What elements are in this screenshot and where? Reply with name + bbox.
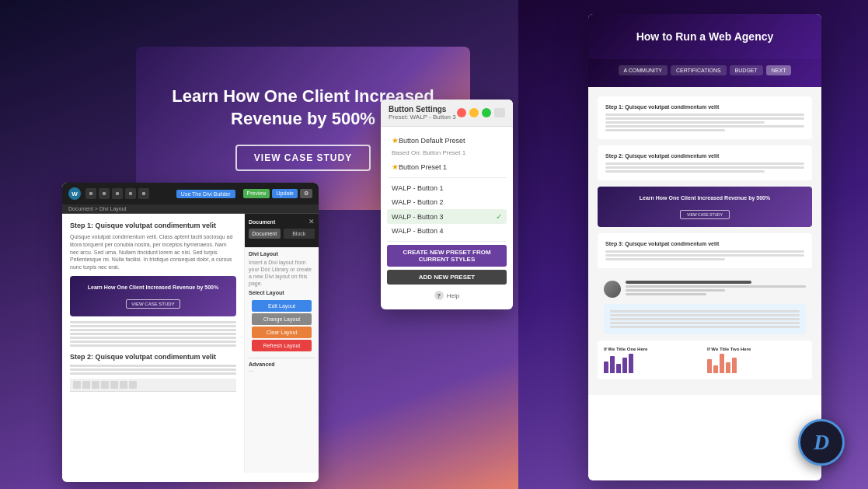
text-line	[70, 344, 236, 347]
divi-builder-btn[interactable]: Use The Divi Builder	[176, 190, 235, 198]
editor-mini-card-btn[interactable]: VIEW CASE STUDY	[126, 299, 180, 309]
bar	[713, 365, 718, 373]
chart-col-2: If We Title Two Here	[707, 347, 806, 373]
editor-toolbar: W Use The Divi Builder Preview Update ⚙	[62, 183, 319, 204]
modal-title-group: Button Settings Preset: WALP - Button 3	[389, 105, 456, 121]
agency-content: Step 1: Quisque volutpat condimentum vel…	[588, 87, 821, 395]
text-line	[605, 254, 804, 257]
agency-nav-next[interactable]: NEXT	[766, 65, 792, 75]
preset-name: Button Default Preset	[399, 137, 502, 145]
mini-tool-4[interactable]	[101, 381, 109, 389]
agency-nav-community[interactable]: A COMMUNITY	[619, 65, 668, 75]
text-line	[610, 310, 800, 313]
star-icon: ★	[392, 136, 399, 145]
text-line	[70, 325, 236, 327]
preset-default[interactable]: ★ Button Default Preset	[387, 133, 507, 148]
preview-btn[interactable]: Preview	[243, 189, 270, 198]
refresh-layout-btn[interactable]: Refresh Layout	[252, 340, 312, 351]
mini-tool-3[interactable]	[92, 381, 99, 389]
text-line	[605, 170, 765, 173]
agency-header: How to Run a Web Agency	[588, 14, 821, 59]
mini-tool-5[interactable]	[110, 381, 118, 389]
text-line	[70, 368, 236, 371]
hero-cta-button[interactable]: VIEW CASE STUDY	[235, 145, 371, 171]
preset-name: WALP - Button 1	[392, 184, 502, 192]
preset-walp-3[interactable]: WALP - Button 3 ✓	[387, 209, 507, 224]
add-preset-btn[interactable]: ADD NEW PRESET	[387, 270, 507, 285]
toolbar-icon-4[interactable]	[125, 188, 136, 199]
agency-step-3-lines	[605, 250, 804, 260]
preset-name: WALP - Button 2	[392, 198, 502, 206]
clear-layout-btn[interactable]: Clear Layout	[252, 327, 312, 338]
divider	[387, 241, 507, 242]
modal-more-btn[interactable]	[494, 108, 505, 117]
text-line	[605, 125, 804, 127]
block-panel-content: Divi Layout Insert a Divi layout from yo…	[245, 247, 319, 378]
agency-nav-cert[interactable]: CERTIFICATIONS	[671, 65, 727, 75]
block-close-btn[interactable]: ✕	[309, 218, 315, 225]
preset-based-on: Based On: Button Preset 1	[387, 148, 507, 158]
modal-close-btn[interactable]	[457, 108, 466, 117]
agency-step-2: Step 2: Quisque volutpat condimentum vel…	[598, 145, 812, 180]
agency-profile	[598, 274, 812, 304]
mini-tool-2[interactable]	[82, 381, 90, 389]
block-opt-document[interactable]: Document	[249, 229, 281, 239]
text-line	[70, 333, 236, 335]
toolbar-icon-3[interactable]	[112, 188, 123, 199]
profile-text	[626, 281, 806, 295]
change-layout-btn[interactable]: Change Layout	[252, 313, 312, 325]
update-btn[interactable]: Update	[272, 189, 298, 198]
text-line	[70, 365, 236, 367]
editor-step-2-heading: Step 2: Quisque volutpat condimentum vel…	[70, 353, 236, 361]
wp-logo: W	[68, 187, 81, 200]
editor-panel: W Use The Divi Builder Preview Update ⚙ …	[62, 183, 319, 482]
modal-max-btn[interactable]	[482, 108, 491, 117]
editor-mini-toolbar	[70, 379, 236, 392]
bar	[604, 362, 608, 373]
editor-mini-card: Learn How One Client Increased Revenue b…	[70, 276, 236, 316]
preset-walp-1[interactable]: WALP - Button 1	[387, 181, 507, 195]
preset-1[interactable]: ★ Button Preset 1	[387, 159, 507, 174]
modal-body: ★ Button Default Preset Based On: Button…	[381, 127, 513, 309]
editor-right-panel: Document ✕ Document Block Divi Layout In…	[245, 214, 319, 473]
edit-layout-btn[interactable]: Edit Layout	[252, 300, 312, 312]
bar	[732, 358, 737, 373]
quote-text-lines	[610, 310, 800, 328]
toolbar-icon-1[interactable]	[85, 188, 96, 199]
settings-btn[interactable]: ⚙	[300, 189, 312, 198]
preset-name: WALP - Button 4	[392, 227, 502, 235]
preset-walp-2[interactable]: WALP - Button 2	[387, 195, 507, 209]
block-options: Document Block	[249, 229, 315, 239]
modal-min-btn[interactable]	[469, 108, 479, 117]
modal-controls	[457, 108, 505, 117]
text-line	[605, 250, 804, 253]
bar	[610, 356, 615, 373]
agency-mini-card-btn[interactable]: VIEW CASE STUDY	[680, 210, 730, 219]
toolbar-icon-2[interactable]	[99, 188, 110, 199]
block-opt-block[interactable]: Block	[284, 229, 315, 239]
agency-nav-budget[interactable]: BUDGET	[730, 65, 763, 75]
divider	[249, 358, 315, 358]
quote-box	[604, 304, 806, 334]
editor-breadcrumb: Document > Divi Layout	[62, 204, 319, 214]
create-preset-btn[interactable]: CREATE NEW PRESET FROM CURRENT STYLES	[387, 245, 507, 267]
text-line	[605, 166, 804, 169]
main-container: Study Learn How One Client Increased Rev…	[0, 0, 868, 489]
block-selector-header: Document ✕	[249, 218, 315, 225]
mini-tool-6[interactable]	[120, 381, 127, 389]
text-line	[610, 318, 800, 320]
text-line	[605, 121, 765, 124]
bar	[616, 364, 621, 373]
mini-tool-1[interactable]	[73, 381, 81, 389]
help-icon[interactable]: ?	[434, 291, 444, 300]
chart-title-1: If We Title One Here	[604, 347, 702, 351]
advanced-label: Advanced	[249, 362, 315, 367]
mini-tool-7[interactable]	[129, 381, 137, 389]
text-line	[610, 322, 800, 324]
profile-name	[626, 281, 751, 284]
chart-col-1: If We Title One Here	[604, 347, 702, 373]
text-line	[70, 329, 236, 331]
agency-step-3: Step 3: Quisque volutpat condimentum vel…	[598, 233, 812, 268]
preset-walp-4[interactable]: WALP - Button 4	[387, 224, 507, 238]
toolbar-icon-5[interactable]	[138, 188, 149, 199]
